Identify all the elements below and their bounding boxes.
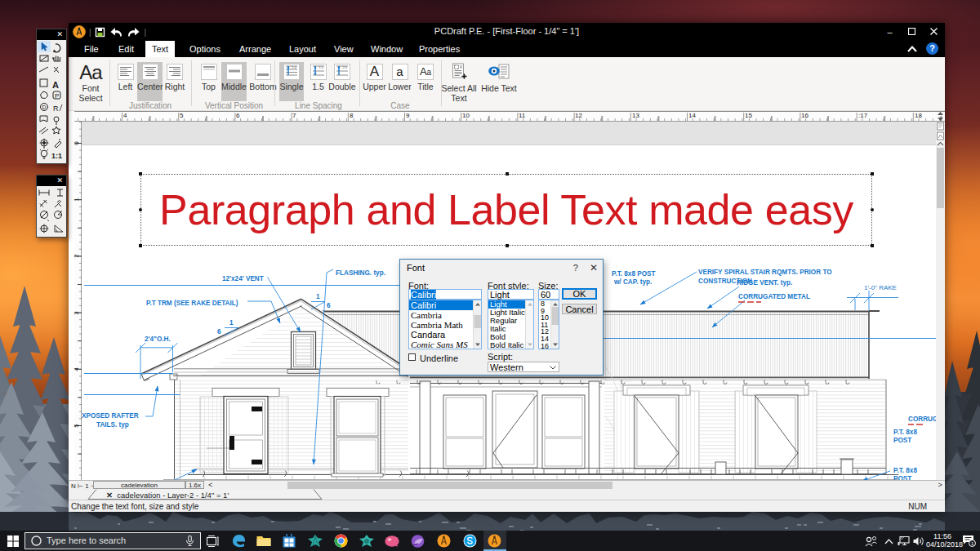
svg-text:1:1: 1:1 xyxy=(51,152,62,160)
svg-text:P.T. 8x8: P.T. 8x8 xyxy=(893,467,917,474)
svg-text:12'x24' VENT: 12'x24' VENT xyxy=(222,275,264,282)
svg-text:2'4"O.H.: 2'4"O.H. xyxy=(145,335,171,343)
svg-text:6: 6 xyxy=(217,328,221,335)
svg-text:1: 1 xyxy=(229,319,234,327)
svg-text:P.T TRM (SEE RAKE DETAIL): P.T TRM (SEE RAKE DETAIL) xyxy=(146,300,238,307)
svg-text:P: P xyxy=(55,92,59,100)
svg-text:XPOSED RAFTER: XPOSED RAFTER xyxy=(82,412,139,420)
svg-text:1: 1 xyxy=(316,293,320,300)
svg-text:w/ CAP. typ.: w/ CAP. typ. xyxy=(613,278,652,286)
svg-text:1.0: 1.0 xyxy=(292,65,297,69)
svg-text:CORRUG: CORRUG xyxy=(908,415,936,423)
svg-text:P.T. 8x8: P.T. 8x8 xyxy=(893,429,917,436)
svg-text:6: 6 xyxy=(327,302,331,309)
svg-text:2.0: 2.0 xyxy=(343,65,348,69)
svg-text:1.5: 1.5 xyxy=(318,65,323,69)
svg-text:A: A xyxy=(52,80,59,90)
svg-text:TAILS. typ: TAILS. typ xyxy=(96,421,129,429)
svg-text:CORRUGATED METAL: CORRUGATED METAL xyxy=(738,293,810,300)
svg-text:POST: POST xyxy=(893,437,911,444)
svg-text:D: D xyxy=(42,104,47,110)
svg-text:1'-0" RAKE: 1'-0" RAKE xyxy=(864,284,897,291)
svg-text:FLASHING. typ.: FLASHING. typ. xyxy=(336,269,385,277)
svg-text:RIDGE VENT. typ.: RIDGE VENT. typ. xyxy=(737,279,792,287)
svg-text:R: R xyxy=(53,104,59,113)
svg-text:VERIFY SPIRAL STAIR RQMTS. PRI: VERIFY SPIRAL STAIR RQMTS. PRIOR TO xyxy=(698,269,832,276)
svg-text:P.T. 8x8 POST: P.T. 8x8 POST xyxy=(612,270,656,278)
